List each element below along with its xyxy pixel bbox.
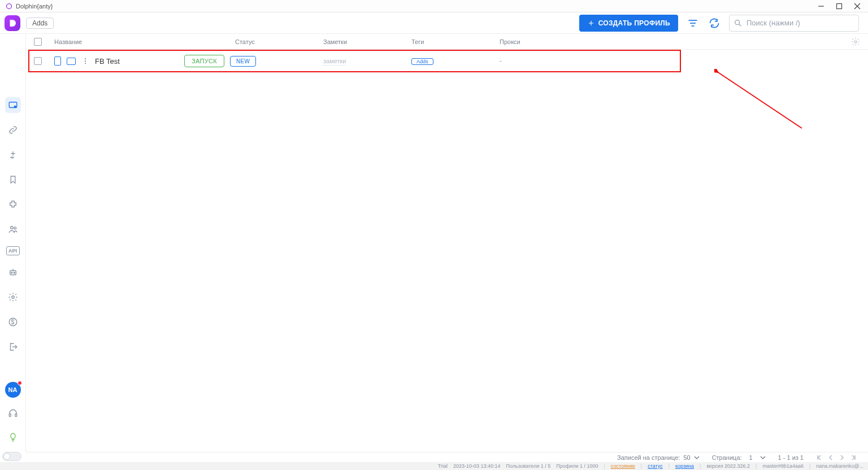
col-header-proxy: Прокси [500, 38, 844, 45]
svg-point-11 [14, 106, 16, 108]
svg-point-15 [14, 227, 16, 229]
page-label: Страница: [712, 454, 742, 461]
svg-point-17 [11, 272, 12, 273]
device-icon[interactable] [67, 58, 76, 65]
page-next-icon[interactable] [839, 454, 845, 461]
status-link-trash[interactable]: корзина [675, 463, 694, 469]
rail-browsers-icon[interactable] [5, 97, 21, 113]
col-header-notes: Заметки [323, 38, 411, 45]
notes-placeholder[interactable]: заметки [323, 58, 346, 66]
filter-icon[interactable] [686, 16, 700, 30]
status-version: версия 2022.326.2 [706, 463, 750, 469]
sidebar-rail: API NA [0, 34, 26, 452]
svg-point-14 [10, 227, 13, 229]
table-row[interactable]: FB Test ЗАПУСК NEW заметки Adds - [26, 50, 868, 72]
col-header-status: Статус [235, 38, 323, 45]
rail-api-icon[interactable]: API [6, 246, 20, 255]
status-link-state[interactable]: состояние [611, 463, 635, 469]
rail-links-icon[interactable] [5, 122, 21, 138]
window-close-icon[interactable] [853, 2, 861, 10]
page-last-icon[interactable] [850, 454, 857, 461]
chevron-down-icon[interactable] [760, 455, 766, 460]
refresh-icon[interactable] [708, 16, 721, 30]
avatar-initials: NA [8, 386, 18, 393]
rail-idea-icon[interactable] [5, 429, 21, 445]
status-bar: Trial 2023-10-03 13:40:14 Пользователи 1… [0, 462, 868, 470]
rail-logout-icon[interactable] [5, 339, 21, 355]
launch-button[interactable]: ЗАПУСК [184, 55, 224, 67]
status-email: nana.makarenko@... [816, 463, 863, 469]
user-avatar[interactable]: NA [5, 382, 21, 398]
table-settings-icon[interactable] [844, 37, 860, 46]
svg-point-8 [735, 20, 740, 24]
window-titlebar: Dolphin{anty} [0, 0, 868, 12]
col-header-name: Название [54, 38, 235, 45]
svg-rect-22 [9, 414, 11, 417]
svg-line-28 [717, 72, 802, 128]
app-toolbar: Adds СОЗДАТЬ ПРОФИЛЬ [0, 12, 868, 34]
window-maximize-icon[interactable] [835, 2, 843, 10]
annotation-arrow-icon [714, 69, 805, 131]
status-users: Пользователи 1 / 5 [506, 463, 551, 469]
adds-chip[interactable]: Adds [26, 18, 54, 29]
rail-users-icon[interactable] [5, 221, 21, 237]
rail-extension-icon[interactable] [5, 197, 21, 212]
svg-rect-23 [15, 414, 16, 417]
pagination-footer: Записей на странице: 50 Страница: 1 1 - … [26, 452, 868, 462]
rail-support-icon[interactable] [5, 406, 21, 421]
svg-point-24 [854, 41, 857, 43]
table-header: Название Статус Заметки Теги Прокси [26, 34, 868, 50]
app-small-icon [6, 3, 12, 10]
theme-toggle[interactable] [2, 452, 21, 461]
main-content: Название Статус Заметки Теги Прокси FB T… [26, 34, 868, 452]
row-checkbox[interactable] [34, 57, 42, 65]
status-badge: NEW [230, 56, 256, 67]
per-page-label: Записей на странице: [617, 454, 680, 461]
create-profile-button[interactable]: СОЗДАТЬ ПРОФИЛЬ [579, 15, 678, 32]
row-menu-icon[interactable] [81, 56, 89, 66]
page-first-icon[interactable] [816, 454, 823, 461]
rail-settings-icon[interactable] [5, 289, 21, 305]
status-timestamp: 2023-10-03 13:40:14 [453, 463, 501, 469]
select-all-checkbox[interactable] [34, 38, 42, 46]
svg-point-25 [85, 58, 86, 59]
range-label: 1 - 1 из 1 [778, 454, 804, 461]
create-profile-label: СОЗДАТЬ ПРОФИЛЬ [598, 19, 670, 27]
svg-point-18 [14, 272, 15, 273]
page-value[interactable]: 1 [745, 454, 757, 461]
app-logo [5, 15, 20, 31]
window-title: Dolphin{anty} [16, 3, 53, 10]
svg-rect-2 [837, 3, 842, 8]
status-trial: Trial [438, 463, 448, 469]
rail-star-plus-icon[interactable] [5, 147, 21, 163]
chevron-down-icon[interactable] [694, 455, 700, 460]
per-page-value[interactable]: 50 [683, 454, 690, 461]
rail-robot-icon[interactable] [5, 264, 21, 280]
svg-point-26 [85, 60, 86, 62]
rail-billing-icon[interactable] [5, 314, 21, 330]
col-header-tags: Теги [411, 38, 500, 45]
search-icon [734, 19, 743, 30]
page-prev-icon[interactable] [827, 454, 834, 461]
svg-point-27 [85, 63, 86, 64]
svg-point-20 [11, 296, 14, 299]
proxy-value: - [500, 57, 502, 65]
status-build: master#9b1a4aa6 [762, 463, 804, 469]
svg-line-9 [739, 24, 741, 26]
status-link-status[interactable]: статус [648, 463, 662, 469]
window-minimize-icon[interactable] [817, 2, 825, 10]
rail-bookmark-icon[interactable] [5, 172, 21, 188]
status-profiles: Профили 1 / 1000 [556, 463, 598, 469]
platform-icon[interactable] [54, 56, 61, 66]
profile-name: FB Test [95, 57, 120, 66]
search-input[interactable] [729, 15, 859, 32]
svg-point-0 [7, 3, 12, 8]
add-tag-chip[interactable]: Adds [411, 58, 433, 65]
notification-dot-icon [18, 381, 22, 385]
